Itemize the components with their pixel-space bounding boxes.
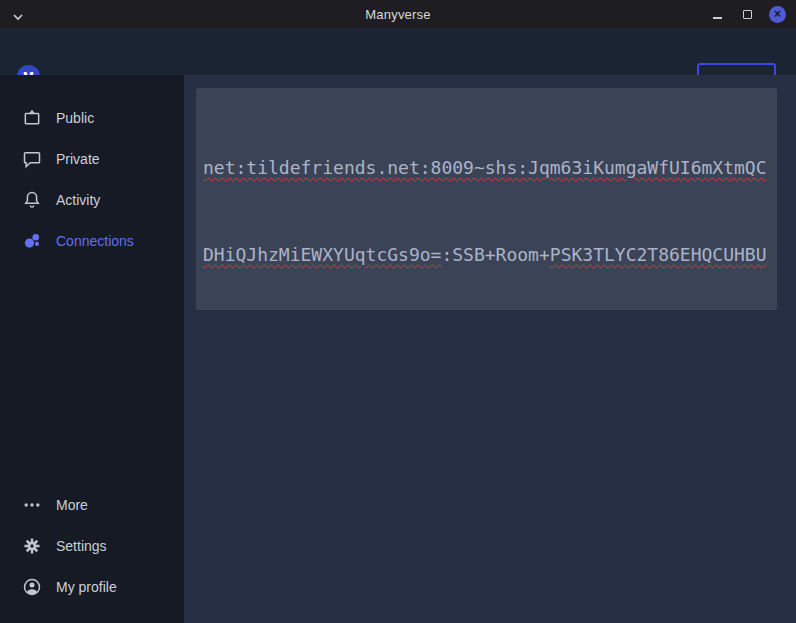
window-controls: × [709,0,786,28]
manyverse-window: Manyverse × M ← Done Public [0,0,796,623]
bulletin-board-icon [22,108,42,128]
sidebar-item-connections[interactable]: Connections [0,220,184,261]
sidebar-item-label: Activity [56,192,100,208]
sidebar-item-activity[interactable]: Activity [0,179,184,220]
sidebar-item-label: My profile [56,579,117,595]
sidebar-spacer [0,261,184,484]
main-content: net:tildefriends.net:8009~shs:Jqm63iKumg… [184,75,796,623]
sidebar-item-more[interactable]: More [0,484,184,525]
restore-icon [743,10,752,19]
app-body: Public Private Activity [0,75,796,623]
sidebar-item-label: Public [56,110,94,126]
sidebar-item-label: Connections [56,233,134,249]
sidebar-item-public[interactable]: Public [0,97,184,138]
close-icon: × [774,8,781,20]
sidebar-item-label: Settings [56,538,107,554]
invite-line-2: DHiQJhzMiEWXYUqtcGs9o=:SSB+Room+PSK3TLYC… [203,240,768,269]
message-bubble-icon [22,149,42,169]
sidebar-item-settings[interactable]: Settings [0,525,184,566]
sidebar-item-my-profile[interactable]: My profile [0,566,184,607]
window-title: Manyverse [0,7,796,22]
profile-person-icon [22,577,42,597]
bell-icon [22,190,42,210]
minimize-button[interactable] [709,6,726,23]
minimize-icon [713,17,722,19]
sidebar: Public Private Activity [0,75,184,623]
gear-icon [22,536,42,556]
titlebar: Manyverse × [0,0,796,28]
invite-code-input[interactable]: net:tildefriends.net:8009~shs:Jqm63iKumg… [196,88,777,310]
app-header: M ← Done [0,28,796,75]
sidebar-item-private[interactable]: Private [0,138,184,179]
sidebar-item-label: More [56,497,88,513]
invite-line-1: net:tildefriends.net:8009~shs:Jqm63iKumg… [203,153,768,182]
close-button[interactable]: × [769,6,786,23]
sidebar-item-label: Private [56,151,100,167]
swarm-connections-icon [22,231,42,251]
more-dots-icon [22,495,42,515]
window-menu-chevron-icon[interactable] [12,8,24,18]
restore-button[interactable] [739,6,756,23]
